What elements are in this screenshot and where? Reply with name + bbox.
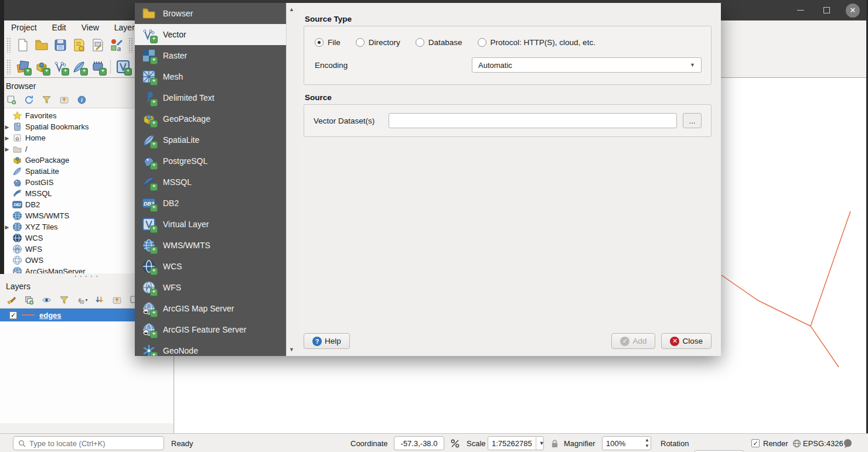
source-type-heading: Source Type [305, 15, 712, 23]
tab-geonode[interactable]: GeoNode [135, 340, 286, 356]
expand-icon[interactable]: ▶ [5, 224, 9, 230]
new-mesh-button[interactable] [88, 58, 107, 76]
encoding-label: Encoding [315, 61, 472, 70]
tab-virtual-layer[interactable]: Virtual Layer [135, 214, 286, 235]
tab-wfs[interactable]: WFS [135, 277, 286, 298]
tab-db2[interactable]: DB2DB2 [135, 193, 286, 214]
new-project-button[interactable] [13, 36, 32, 54]
extents-toggle-button[interactable] [450, 434, 460, 452]
sidebar-scrollbar[interactable]: ▲ ▼ [286, 3, 298, 356]
spinner-arrows-icon[interactable]: ▲▼ [645, 437, 649, 449]
new-geopackage-icon [35, 60, 49, 74]
refresh-button[interactable] [22, 94, 35, 105]
toolbar-handle[interactable] [6, 59, 11, 74]
locate-input[interactable] [29, 439, 147, 448]
ows-icon [12, 255, 22, 265]
tab-raster[interactable]: Raster [135, 45, 286, 66]
filter-by-expression-button[interactable]: ε▾ [75, 294, 88, 306]
radio-file[interactable]: File [315, 38, 341, 47]
encoding-select[interactable]: Automatic ▼ [472, 57, 702, 73]
collapse-all-button[interactable] [57, 94, 70, 105]
menu-layer[interactable]: Layer [114, 23, 135, 32]
chevron-down-icon[interactable]: ▼ [536, 437, 547, 450]
filter-browser-button[interactable] [40, 94, 53, 105]
mssql-icon [12, 189, 22, 198]
menu-project[interactable]: Project [11, 23, 37, 32]
lock-scale-button[interactable] [551, 434, 559, 452]
render-toggle[interactable]: ✓ Render [751, 434, 788, 452]
save-project-button[interactable] [51, 36, 70, 54]
layer-name: edges [39, 311, 62, 320]
radio-database[interactable]: Database [416, 38, 462, 47]
help-button[interactable]: ? Help [304, 333, 350, 349]
properties-button[interactable]: i [75, 94, 88, 105]
expand-icon[interactable]: ▶ [5, 146, 9, 152]
globe-crs-icon [792, 439, 801, 448]
maximize-button[interactable] [820, 4, 833, 17]
tab-mssql[interactable]: MSSQL [135, 172, 286, 193]
menu-edit[interactable]: Edit [52, 23, 66, 32]
filter-legend-button[interactable] [57, 294, 70, 306]
new-geopackage-button[interactable] [32, 58, 51, 76]
scroll-down-icon[interactable]: ▼ [289, 347, 294, 352]
layer-visibility-checkbox[interactable]: ✓ [9, 311, 17, 319]
tab-arcgis-map-server[interactable]: ArcGIS Map Server [135, 298, 286, 319]
expand-all-button[interactable] [93, 294, 105, 306]
crs-status-button[interactable]: EPSG:4326 [792, 434, 843, 452]
postgresql-tab-icon [142, 154, 156, 168]
add-button[interactable]: ✓ Add [611, 333, 655, 349]
layout-manager-button[interactable] [88, 36, 107, 54]
collapse-all-layers-button[interactable] [110, 294, 123, 306]
new-spatialite-button[interactable] [70, 58, 88, 76]
toolbar-handle[interactable] [128, 37, 133, 53]
datasource-manager-button[interactable] [13, 58, 32, 76]
tab-wms-wmts[interactable]: WMS/WMTS [135, 235, 286, 256]
wfs-icon [12, 244, 22, 254]
magnifier-spinbox[interactable]: 100% ▲▼ [602, 436, 651, 450]
locate-search[interactable] [13, 436, 164, 450]
add-group-button[interactable] [22, 294, 35, 306]
messages-button[interactable] [842, 434, 853, 452]
coordinate-input[interactable]: -57.3,-38.0 [394, 436, 444, 450]
toolbar-handle[interactable] [6, 37, 11, 53]
menu-view[interactable]: View [81, 23, 99, 32]
expand-icon[interactable]: ▶ [5, 135, 9, 141]
tab-postgresql[interactable]: PostgreSQL [135, 150, 286, 172]
tab-delimited-text[interactable]: Delimited Text [135, 87, 286, 108]
manage-visibility-button[interactable] [40, 294, 53, 306]
add-vector-layer-button[interactable] [51, 58, 70, 76]
scroll-up-icon[interactable]: ▲ [289, 6, 294, 12]
tab-spatialite[interactable]: SpatiaLite [135, 129, 286, 150]
vector-tab-icon [142, 28, 156, 42]
add-vector-layer-icon [53, 60, 67, 74]
close-window-button[interactable]: ✕ [846, 4, 860, 18]
virtual-layer-tab-icon [142, 217, 156, 231]
scale-combobox[interactable]: 1:75262785 ▼ [488, 436, 544, 450]
render-checkbox[interactable]: ✓ [751, 439, 760, 447]
browse-button[interactable]: ... [683, 113, 702, 128]
style-manager-button[interactable]: a [107, 36, 126, 54]
tab-browser[interactable]: Browser [135, 3, 286, 24]
tab-mesh[interactable]: Mesh [135, 66, 286, 87]
radio-protocol[interactable]: Protocol: HTTP(S), cloud, etc. [478, 38, 595, 47]
add-selected-layers-button[interactable] [5, 94, 18, 105]
vector-dataset-input[interactable] [389, 113, 677, 128]
tab-geopackage[interactable]: GeoPackage [135, 108, 286, 129]
new-virtual-layer-button[interactable] [114, 58, 132, 76]
filter-icon [42, 95, 52, 105]
radio-directory[interactable]: Directory [356, 38, 400, 47]
open-project-button[interactable] [32, 36, 51, 54]
expand-icon[interactable]: ▶ [5, 124, 9, 130]
help-icon: ? [312, 337, 322, 346]
tab-vector[interactable]: Vector [135, 24, 286, 45]
open-layer-styling-button[interactable] [5, 294, 18, 306]
minimize-button[interactable] [794, 4, 807, 17]
close-dialog-button[interactable]: ✕ Close [661, 333, 712, 349]
tab-wcs[interactable]: WCS [135, 256, 286, 277]
tab-arcgis-feature-server[interactable]: ArcGIS Feature Server [135, 319, 286, 340]
postgis-icon [12, 177, 22, 187]
add-group-icon [24, 295, 34, 305]
new-layout-button[interactable] [70, 36, 88, 54]
refresh-icon [24, 95, 34, 105]
new-layout-icon [72, 38, 86, 52]
